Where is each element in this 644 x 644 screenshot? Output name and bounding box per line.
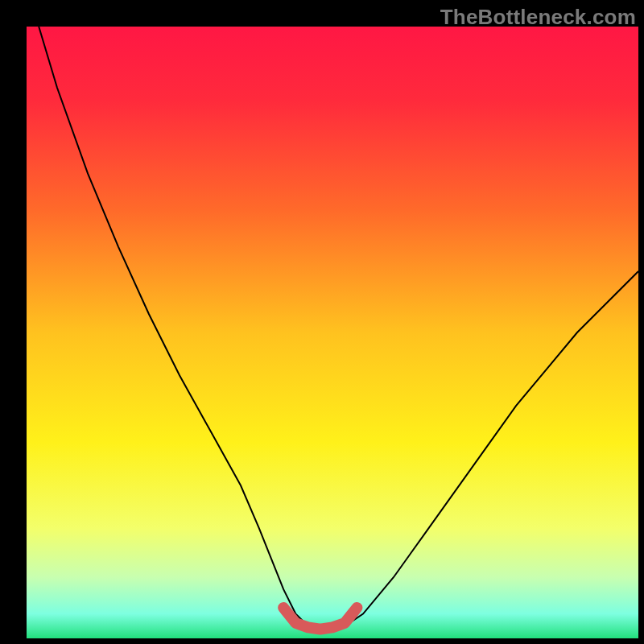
bottleneck-chart [27,27,638,638]
chart-plot-area [27,27,638,638]
watermark-text: TheBottleneck.com [440,5,636,30]
gradient-background [27,27,638,638]
chart-frame: TheBottleneck.com [0,0,644,644]
